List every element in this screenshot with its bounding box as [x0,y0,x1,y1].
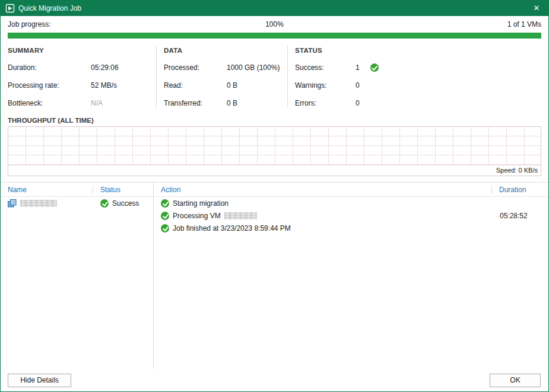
vm-icon [8,199,17,208]
warnings-value: 0 [356,81,541,90]
data-heading: DATA [164,47,287,54]
action-row[interactable]: Job finished at 3/23/2023 8:59:44 PM [154,222,548,234]
warnings-label: Warnings: [295,81,356,90]
throughput-heading: THROUGHPUT (ALL TIME) [8,117,541,124]
details-grids: Name Status Success [1,182,548,369]
stats-panels: SUMMARY Duration: 05:29:06 Processing ra… [8,46,541,107]
action-check-icon [161,199,169,208]
success-check-icon [370,63,379,72]
success-value: 1 [356,63,360,72]
transferred-value: 0 B [227,99,287,107]
vm-list-pane: Name Status Success [1,183,154,369]
errors-value: 0 [356,99,541,107]
close-icon[interactable]: ✕ [529,2,544,15]
action-vm-name-redacted [224,212,257,219]
action-log-pane: Action Duration Starting migration Proce… [154,183,548,369]
progress-header: Job progress: 100% 1 of 1 VMs [1,16,548,31]
processing-rate-value: 52 MB/s [91,81,156,90]
action-check-icon [161,212,169,220]
duration-label: Duration: [8,63,91,72]
status-heading: STATUS [295,47,541,54]
processing-rate-label: Processing rate: [8,81,91,90]
summary-panel: SUMMARY Duration: 05:29:06 Processing ra… [8,46,156,107]
action-row[interactable]: Starting migration [154,197,548,209]
throughput-chart-grid [8,127,541,165]
vm-status-check-icon [100,199,109,208]
window-title: Quick Migration Job [18,4,529,12]
summary-heading: SUMMARY [8,47,156,54]
ok-button[interactable]: OK [490,374,541,387]
vm-count: 1 of 1 VMs [507,20,541,28]
column-header-action[interactable]: Action [154,186,491,194]
processed-label: Processed: [164,63,227,72]
action-check-icon [161,224,169,232]
vm-name-redacted [20,200,57,207]
read-label: Read: [164,81,227,90]
dialog-footer: Hide Details OK [1,369,548,391]
duration-value: 05:29:06 [91,63,156,72]
progress-percent: 100% [265,20,284,28]
progress-bar-fill [8,33,541,39]
status-panel: STATUS Success: 1 Warnings: 0 Errors: 0 [287,46,541,107]
column-header-name[interactable]: Name [1,186,93,194]
success-label: Success: [295,63,356,72]
hide-details-button[interactable]: Hide Details [8,374,71,387]
data-panel: DATA Processed: 1000 GB (100%) Read: 0 B… [156,46,287,107]
title-bar: Quick Migration Job ✕ [1,1,548,16]
action-row[interactable]: Processing VM 05:28:52 [154,209,548,222]
action-text: Processing VM [173,212,221,220]
quick-migration-dialog: Quick Migration Job ✕ Job progress: 100%… [0,0,549,392]
vm-row[interactable]: Success [1,197,153,209]
action-text: Job finished at 3/23/2023 8:59:44 PM [173,224,291,232]
action-grid-header: Action Duration [154,183,548,197]
read-value: 0 B [227,81,287,90]
processed-value: 1000 GB (100%) [227,63,287,72]
throughput-speed-label: Speed: 0 KB/s [8,165,541,176]
column-header-duration[interactable]: Duration [491,186,548,194]
bottleneck-value: N/A [91,99,156,107]
bottleneck-label: Bottleneck: [8,99,91,107]
column-header-status[interactable]: Status [93,186,153,194]
throughput-chart: Speed: 0 KB/s [8,126,541,176]
transferred-label: Transferred: [164,99,227,107]
action-text: Starting migration [173,199,229,208]
action-duration: 05:28:52 [491,212,548,220]
progress-bar [8,33,541,39]
job-progress-label: Job progress: [8,20,51,28]
errors-label: Errors: [295,99,356,107]
vm-grid-header: Name Status [1,183,153,197]
vm-status-text: Success [112,199,139,208]
migration-job-icon [5,4,15,13]
